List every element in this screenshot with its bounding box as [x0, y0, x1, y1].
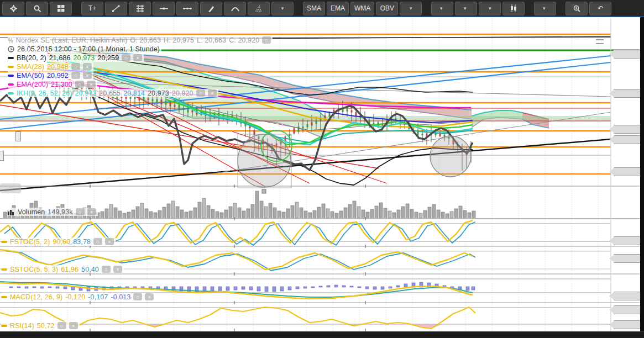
legend-row-bb: BB(20, 2)21,68620,97320,259○× — [8, 54, 144, 62]
panel-dividers — [0, 184, 640, 331]
settings-gear-button[interactable]: ○ — [133, 293, 142, 300]
price-chart-canvas[interactable] — [0, 17, 644, 331]
charttype-dropdown-button[interactable]: ▾ — [479, 2, 501, 15]
arc-tool-button-glyph — [231, 5, 239, 12]
timeframe-hour-button[interactable]: ▾ — [455, 2, 477, 15]
axis-price-tag[interactable] — [610, 305, 642, 314]
axis-price-tag[interactable] — [610, 135, 642, 144]
timeframe-month-button[interactable]: ▾ — [431, 2, 453, 15]
percent-icon: % — [8, 37, 13, 44]
settings-gear-button[interactable]: ○ — [262, 36, 271, 44]
close-button[interactable]: × — [133, 54, 142, 61]
pattern-tool-button-glyph — [255, 5, 263, 12]
axis-price-tag[interactable] — [610, 89, 642, 98]
fib-tool-button[interactable] — [129, 2, 151, 15]
axis-price-tag[interactable] — [610, 236, 642, 245]
indicator-button-ema[interactable]: EMA — [327, 2, 349, 15]
legend-text-segment: 20,973 — [74, 54, 95, 62]
close-button[interactable]: × — [113, 266, 122, 273]
arc-tool-button[interactable] — [224, 2, 246, 15]
chart-area[interactable]: %Nordex SE (Last, EUR, Heikin Ashi)O: 20… — [0, 17, 644, 331]
gap-annotation-label[interactable] — [15, 131, 21, 141]
settings-gear-button[interactable]: ○ — [122, 54, 130, 61]
legend-row-sma: SMA(28)20,948○× — [8, 62, 93, 71]
axis-price-tag[interactable] — [610, 320, 642, 329]
indicator-button-sma[interactable]: SMA — [303, 2, 325, 15]
settings-gear-button[interactable]: ○ — [71, 63, 80, 70]
legend-row-ema50: EMA(50)20,992○× — [8, 71, 93, 80]
legend-row-ikh: IKH(9, 26, 52, 26)20,97320,65520,81420,9… — [8, 89, 218, 97]
close-button[interactable]: × — [87, 81, 96, 88]
close-button[interactable]: × — [87, 208, 96, 215]
legend-row-volumen: Volumen149,93k○× — [8, 208, 98, 216]
close-button[interactable]: × — [145, 293, 154, 300]
candlestick-style-button[interactable] — [502, 2, 525, 15]
trendline-tool-button-glyph — [112, 5, 120, 12]
toolbar-group-indicators: SMAEMAWMAOBV▾ — [303, 2, 422, 15]
settings-gear-button[interactable]: ○ — [102, 266, 111, 273]
settings-gear-button[interactable]: ○ — [93, 238, 102, 245]
legend-text-segment: 61,96 — [61, 266, 78, 273]
close-button[interactable]: × — [83, 63, 92, 70]
toolbar-group-app — [2, 2, 72, 15]
legend-text-segment: 83,78 — [73, 238, 91, 246]
layout-grid-button[interactable] — [50, 2, 72, 15]
pen-tool-button[interactable] — [200, 2, 222, 15]
series-color-dash — [8, 92, 14, 94]
legend-text-segment: FSTOC(5, 2) — [10, 238, 50, 246]
legend-text-segment: SMA(28) — [17, 63, 44, 71]
drawn-circle-annotation[interactable] — [430, 136, 471, 177]
pattern-tool-button[interactable] — [248, 2, 270, 15]
axis-price-tag[interactable] — [610, 254, 642, 263]
indicator-button-obv[interactable]: OBV — [376, 2, 398, 15]
axis-price-tag[interactable] — [610, 125, 642, 134]
extras-button[interactable]: ▾ — [534, 2, 556, 15]
series-color-dash — [8, 75, 14, 77]
main-toolbar: T+▾SMAEMAWMAOBV▾▾▾▾▾↶ — [0, 0, 644, 17]
settings-gear-button[interactable]: ○ — [196, 89, 205, 97]
axis-price-tag[interactable] — [610, 167, 642, 176]
indicator-button-label: WMA — [354, 4, 370, 12]
legend-text-segment: -0,013 — [111, 293, 130, 301]
close-button[interactable]: × — [83, 72, 92, 79]
panel-expander-button[interactable] — [0, 183, 21, 193]
annotation-shapes — [238, 130, 471, 193]
legend-text-segment: 21,686 — [49, 54, 71, 62]
indicator-button-label: EMA — [331, 4, 345, 12]
indicator-dropdown-button[interactable]: ▾ — [400, 2, 422, 15]
draw-tools-dropdown-button[interactable]: ▾ — [271, 2, 294, 15]
legend-text-segment: -0,107 — [88, 293, 108, 301]
horizontal-line-tool-button[interactable] — [153, 2, 175, 15]
settings-gear-button[interactable]: ○ — [75, 81, 84, 88]
legend-text-segment: O: 20,663 — [130, 36, 161, 44]
search-button[interactable] — [26, 2, 48, 15]
legend-text-segment: L: 20,663 — [197, 36, 226, 44]
indicator-button-label: SMA — [307, 4, 321, 12]
legend-text-segment: IKH(9, 26, 52, 26) — [17, 89, 72, 97]
axis-price-tag[interactable] — [610, 50, 642, 59]
zoom-in-button[interactable] — [566, 2, 588, 15]
close-button[interactable]: × — [69, 322, 78, 329]
caret-down-icon: ▾ — [464, 6, 467, 11]
series-color-dash — [1, 296, 7, 298]
trendline-tool-button[interactable] — [105, 2, 127, 15]
gear-button[interactable] — [2, 2, 24, 15]
fib-tool-button-glyph — [136, 5, 144, 12]
legend-text-segment: H: 20,975 — [164, 36, 194, 44]
dotted-line-tool-button[interactable] — [176, 2, 198, 15]
legend-text-segment: MACD(12, 26, 9) — [10, 293, 62, 301]
settings-gear-button[interactable]: ○ — [76, 208, 85, 215]
caret-down-icon: ▾ — [543, 6, 546, 11]
text-tool-button[interactable]: T+ — [81, 2, 103, 15]
close-button[interactable]: × — [208, 89, 217, 97]
settings-gear-button[interactable]: ○ — [71, 72, 80, 79]
undo-button[interactable]: ↶ — [589, 2, 611, 15]
panel-drag-handle[interactable] — [596, 39, 604, 44]
volume-bars-icon — [8, 209, 15, 215]
drawn-circle-annotation[interactable] — [238, 134, 291, 187]
legend-row-macd: MACD(12, 26, 9)-0,120-0,107-0,013○× — [1, 293, 155, 301]
indicator-button-wma[interactable]: WMA — [350, 2, 374, 15]
settings-gear-button[interactable]: ○ — [57, 322, 66, 329]
close-button[interactable]: × — [105, 238, 114, 245]
axis-price-tag[interactable] — [610, 292, 642, 300]
